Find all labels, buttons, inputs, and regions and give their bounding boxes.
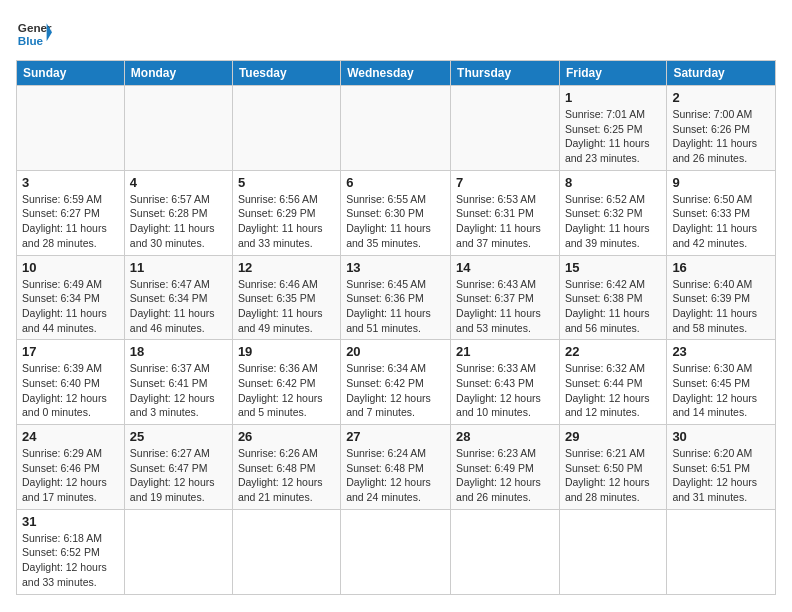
day-info: Sunrise: 7:01 AM Sunset: 6:25 PM Dayligh… (565, 107, 661, 166)
day-info: Sunrise: 6:27 AM Sunset: 6:47 PM Dayligh… (130, 446, 227, 505)
day-number: 12 (238, 260, 335, 275)
weekday-friday: Friday (559, 61, 666, 86)
calendar-cell: 13Sunrise: 6:45 AM Sunset: 6:36 PM Dayli… (341, 255, 451, 340)
header: General Blue (16, 16, 776, 52)
day-info: Sunrise: 6:52 AM Sunset: 6:32 PM Dayligh… (565, 192, 661, 251)
day-number: 14 (456, 260, 554, 275)
day-info: Sunrise: 6:39 AM Sunset: 6:40 PM Dayligh… (22, 361, 119, 420)
day-info: Sunrise: 6:56 AM Sunset: 6:29 PM Dayligh… (238, 192, 335, 251)
day-number: 2 (672, 90, 770, 105)
weekday-saturday: Saturday (667, 61, 776, 86)
day-info: Sunrise: 6:57 AM Sunset: 6:28 PM Dayligh… (130, 192, 227, 251)
day-info: Sunrise: 6:42 AM Sunset: 6:38 PM Dayligh… (565, 277, 661, 336)
calendar-cell: 23Sunrise: 6:30 AM Sunset: 6:45 PM Dayli… (667, 340, 776, 425)
calendar-cell: 28Sunrise: 6:23 AM Sunset: 6:49 PM Dayli… (451, 425, 560, 510)
day-info: Sunrise: 6:53 AM Sunset: 6:31 PM Dayligh… (456, 192, 554, 251)
day-info: Sunrise: 6:46 AM Sunset: 6:35 PM Dayligh… (238, 277, 335, 336)
weekday-tuesday: Tuesday (232, 61, 340, 86)
calendar-cell: 7Sunrise: 6:53 AM Sunset: 6:31 PM Daylig… (451, 170, 560, 255)
calendar-cell: 17Sunrise: 6:39 AM Sunset: 6:40 PM Dayli… (17, 340, 125, 425)
calendar-cell: 29Sunrise: 6:21 AM Sunset: 6:50 PM Dayli… (559, 425, 666, 510)
day-number: 23 (672, 344, 770, 359)
day-number: 28 (456, 429, 554, 444)
day-info: Sunrise: 6:32 AM Sunset: 6:44 PM Dayligh… (565, 361, 661, 420)
calendar-week-3: 17Sunrise: 6:39 AM Sunset: 6:40 PM Dayli… (17, 340, 776, 425)
weekday-sunday: Sunday (17, 61, 125, 86)
day-number: 19 (238, 344, 335, 359)
weekday-monday: Monday (124, 61, 232, 86)
day-number: 21 (456, 344, 554, 359)
day-info: Sunrise: 6:30 AM Sunset: 6:45 PM Dayligh… (672, 361, 770, 420)
day-info: Sunrise: 6:43 AM Sunset: 6:37 PM Dayligh… (456, 277, 554, 336)
calendar-cell: 18Sunrise: 6:37 AM Sunset: 6:41 PM Dayli… (124, 340, 232, 425)
day-number: 31 (22, 514, 119, 529)
day-info: Sunrise: 6:26 AM Sunset: 6:48 PM Dayligh… (238, 446, 335, 505)
day-info: Sunrise: 6:33 AM Sunset: 6:43 PM Dayligh… (456, 361, 554, 420)
day-number: 1 (565, 90, 661, 105)
logo: General Blue (16, 16, 52, 52)
calendar-cell: 31Sunrise: 6:18 AM Sunset: 6:52 PM Dayli… (17, 509, 125, 594)
day-number: 16 (672, 260, 770, 275)
day-info: Sunrise: 6:50 AM Sunset: 6:33 PM Dayligh… (672, 192, 770, 251)
calendar-week-0: 1Sunrise: 7:01 AM Sunset: 6:25 PM Daylig… (17, 86, 776, 171)
calendar-cell (341, 86, 451, 171)
calendar-cell: 11Sunrise: 6:47 AM Sunset: 6:34 PM Dayli… (124, 255, 232, 340)
day-number: 3 (22, 175, 119, 190)
calendar-cell (17, 86, 125, 171)
day-info: Sunrise: 6:37 AM Sunset: 6:41 PM Dayligh… (130, 361, 227, 420)
day-number: 29 (565, 429, 661, 444)
calendar-cell: 25Sunrise: 6:27 AM Sunset: 6:47 PM Dayli… (124, 425, 232, 510)
day-number: 27 (346, 429, 445, 444)
calendar-cell (559, 509, 666, 594)
calendar-week-4: 24Sunrise: 6:29 AM Sunset: 6:46 PM Dayli… (17, 425, 776, 510)
calendar-week-5: 31Sunrise: 6:18 AM Sunset: 6:52 PM Dayli… (17, 509, 776, 594)
day-info: Sunrise: 6:20 AM Sunset: 6:51 PM Dayligh… (672, 446, 770, 505)
day-number: 24 (22, 429, 119, 444)
day-number: 26 (238, 429, 335, 444)
logo-icon: General Blue (16, 16, 52, 52)
day-info: Sunrise: 6:18 AM Sunset: 6:52 PM Dayligh… (22, 531, 119, 590)
calendar-cell (232, 86, 340, 171)
day-number: 7 (456, 175, 554, 190)
day-info: Sunrise: 6:49 AM Sunset: 6:34 PM Dayligh… (22, 277, 119, 336)
calendar-week-1: 3Sunrise: 6:59 AM Sunset: 6:27 PM Daylig… (17, 170, 776, 255)
day-number: 20 (346, 344, 445, 359)
day-info: Sunrise: 6:55 AM Sunset: 6:30 PM Dayligh… (346, 192, 445, 251)
day-number: 18 (130, 344, 227, 359)
day-number: 5 (238, 175, 335, 190)
weekday-header: SundayMondayTuesdayWednesdayThursdayFrid… (17, 61, 776, 86)
calendar-cell: 26Sunrise: 6:26 AM Sunset: 6:48 PM Dayli… (232, 425, 340, 510)
calendar-cell (232, 509, 340, 594)
weekday-thursday: Thursday (451, 61, 560, 86)
day-info: Sunrise: 6:24 AM Sunset: 6:48 PM Dayligh… (346, 446, 445, 505)
calendar-cell: 24Sunrise: 6:29 AM Sunset: 6:46 PM Dayli… (17, 425, 125, 510)
calendar-cell (124, 86, 232, 171)
calendar-cell (451, 509, 560, 594)
day-info: Sunrise: 6:21 AM Sunset: 6:50 PM Dayligh… (565, 446, 661, 505)
calendar-cell: 30Sunrise: 6:20 AM Sunset: 6:51 PM Dayli… (667, 425, 776, 510)
calendar-cell: 6Sunrise: 6:55 AM Sunset: 6:30 PM Daylig… (341, 170, 451, 255)
day-info: Sunrise: 7:00 AM Sunset: 6:26 PM Dayligh… (672, 107, 770, 166)
day-info: Sunrise: 6:40 AM Sunset: 6:39 PM Dayligh… (672, 277, 770, 336)
calendar-cell: 8Sunrise: 6:52 AM Sunset: 6:32 PM Daylig… (559, 170, 666, 255)
calendar-table: SundayMondayTuesdayWednesdayThursdayFrid… (16, 60, 776, 595)
day-number: 6 (346, 175, 445, 190)
calendar-cell: 4Sunrise: 6:57 AM Sunset: 6:28 PM Daylig… (124, 170, 232, 255)
calendar-cell: 2Sunrise: 7:00 AM Sunset: 6:26 PM Daylig… (667, 86, 776, 171)
day-info: Sunrise: 6:34 AM Sunset: 6:42 PM Dayligh… (346, 361, 445, 420)
calendar-cell: 14Sunrise: 6:43 AM Sunset: 6:37 PM Dayli… (451, 255, 560, 340)
calendar-cell (341, 509, 451, 594)
day-number: 30 (672, 429, 770, 444)
day-info: Sunrise: 6:36 AM Sunset: 6:42 PM Dayligh… (238, 361, 335, 420)
calendar-cell: 22Sunrise: 6:32 AM Sunset: 6:44 PM Dayli… (559, 340, 666, 425)
day-info: Sunrise: 6:45 AM Sunset: 6:36 PM Dayligh… (346, 277, 445, 336)
calendar-cell: 19Sunrise: 6:36 AM Sunset: 6:42 PM Dayli… (232, 340, 340, 425)
day-info: Sunrise: 6:23 AM Sunset: 6:49 PM Dayligh… (456, 446, 554, 505)
calendar-cell: 1Sunrise: 7:01 AM Sunset: 6:25 PM Daylig… (559, 86, 666, 171)
calendar-cell: 27Sunrise: 6:24 AM Sunset: 6:48 PM Dayli… (341, 425, 451, 510)
calendar-cell: 10Sunrise: 6:49 AM Sunset: 6:34 PM Dayli… (17, 255, 125, 340)
day-number: 17 (22, 344, 119, 359)
svg-text:Blue: Blue (18, 34, 44, 47)
day-info: Sunrise: 6:29 AM Sunset: 6:46 PM Dayligh… (22, 446, 119, 505)
day-info: Sunrise: 6:47 AM Sunset: 6:34 PM Dayligh… (130, 277, 227, 336)
